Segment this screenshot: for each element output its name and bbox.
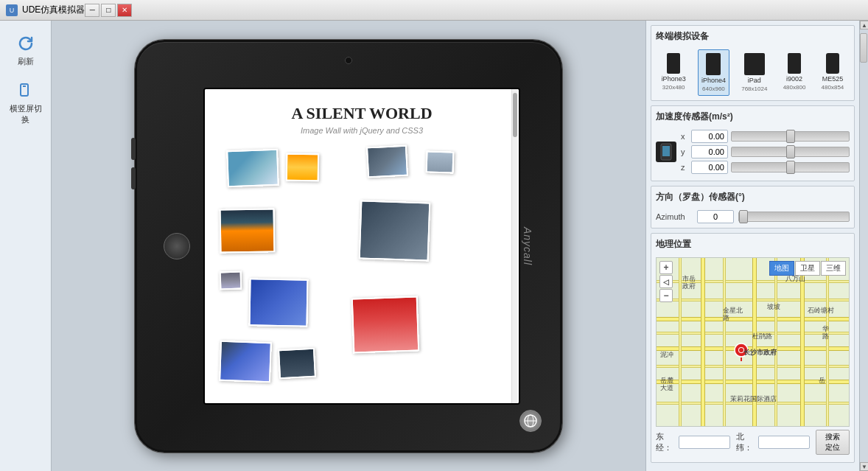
screen-scrollbar[interactable] (511, 89, 517, 403)
geo-inputs: 东经： 北纬： 搜索定位 (656, 427, 850, 458)
i9002-icon (788, 53, 801, 74)
map-type-3d[interactable]: 三维 (821, 261, 846, 276)
direction-title: 方向（罗盘）传感器(°) (656, 191, 850, 206)
close-button[interactable]: ✕ (117, 4, 132, 17)
map-type-buttons: 地图 卫星 三维 (769, 261, 846, 276)
accel-y-row: y (681, 145, 850, 158)
rotate-button[interactable]: 横竖屏切换 (5, 75, 46, 130)
volume-down-button[interactable] (131, 167, 136, 189)
screen-content: A SILENT WORLD Image Wall with jQuery an… (205, 89, 519, 403)
azimuth-input[interactable] (697, 210, 734, 223)
device-iphone4[interactable]: iPhone4 640x960 (698, 49, 729, 96)
image-wall (205, 142, 519, 393)
accel-section: 加速度传感器(m/s²) x y (651, 105, 855, 181)
device-ipad-name: iPad (748, 77, 761, 84)
accel-z-label: z (681, 163, 688, 172)
device-iphone4-name: iPhone4 (701, 77, 726, 84)
geo-lat-input[interactable] (758, 436, 810, 449)
accel-title: 加速度传感器(m/s²) (656, 111, 850, 125)
map-label-7: 石岭塘村 (808, 306, 834, 315)
pan-left-button[interactable]: ◁ (659, 275, 673, 288)
direction-row: Azimuth (656, 210, 850, 223)
titlebar-title: UDE仿真模拟器 (22, 4, 85, 16)
device-me525-size: 480x854 (822, 84, 844, 91)
me525-icon (826, 53, 839, 74)
accel-x-input[interactable] (691, 130, 728, 143)
accel-x-slider[interactable] (731, 131, 850, 142)
image-thumb-3 (366, 144, 408, 178)
scroll-up-arrow[interactable]: ▲ (860, 21, 868, 29)
devices-title: 终端模拟设备 (656, 30, 850, 45)
screen-subtitle: Image Wall with jQuery and CSS3 (205, 126, 519, 135)
geo-search-button[interactable]: 搜索定位 (816, 430, 850, 455)
right-panel: 终端模拟设备 iPhone3 320x480 iPhone4 640x960 i… (645, 21, 859, 471)
image-thumb-1 (226, 148, 279, 186)
accel-row: x y z (656, 130, 850, 174)
zoom-in-button[interactable]: + (659, 261, 673, 274)
volume-up-button[interactable] (131, 138, 136, 160)
screen-scroll-thumb[interactable] (513, 93, 517, 137)
rotate-icon (15, 80, 36, 101)
accel-y-label: y (681, 147, 688, 156)
accel-x-label: x (681, 132, 688, 141)
map-label-15: 茉莉花国际酒店 (730, 394, 777, 404)
maximize-button[interactable]: □ (101, 4, 116, 17)
image-thumb-6 (359, 200, 431, 261)
direction-section: 方向（罗盘）传感器(°) Azimuth (651, 186, 855, 228)
geo-title: 地理位置 (656, 238, 850, 253)
geo-lon-input[interactable] (679, 436, 730, 449)
device-iphone3-size: 320x480 (662, 84, 685, 91)
map-type-satellite[interactable]: 卫星 (795, 261, 820, 276)
rotate-label: 横竖屏切换 (9, 103, 43, 125)
map-label-5: 路 (723, 313, 729, 323)
refresh-button[interactable]: 刷新 (5, 28, 46, 72)
scroll-down-arrow[interactable]: ▼ (860, 462, 868, 471)
window-scrollbar[interactable]: ▲ ▼ (859, 21, 868, 471)
geo-lat-label: 北纬： (736, 431, 753, 453)
device-iphone3-name: iPhone3 (662, 75, 686, 83)
refresh-label: 刷新 (18, 56, 34, 67)
accel-z-input[interactable] (691, 161, 728, 174)
map-label-11: 泥冲 (660, 350, 673, 360)
device-iphone4-size: 640x960 (702, 86, 725, 92)
device-i9002-size: 480x800 (783, 84, 806, 91)
accel-inputs: x y z (681, 130, 850, 174)
phone-screen: A SILENT WORLD Image Wall with jQuery an… (203, 88, 520, 405)
map-label-6: 坡坡 (767, 302, 780, 312)
device-i9002[interactable]: i9002 480x800 (780, 49, 810, 96)
azimuth-label: Azimuth (656, 212, 693, 221)
devices-list: iPhone3 320x480 iPhone4 640x960 iPad 768… (656, 49, 850, 96)
iphone3-icon (667, 53, 680, 74)
home-button[interactable] (164, 233, 190, 259)
image-thumb-2 (286, 153, 320, 181)
content-area: Anycall A SILENT WORLD Image Wall with j… (52, 21, 645, 471)
device-me525[interactable]: ME525 480x854 (818, 49, 848, 96)
app-icon: U (6, 4, 18, 16)
scroll-track[interactable] (860, 29, 868, 462)
map-label-10: 路 (822, 332, 829, 341)
map-label-2: 政府 (682, 282, 696, 291)
phone-brand: Anycall (522, 226, 533, 265)
map-label-gov: 长沙市政府 (743, 348, 777, 357)
phone-logo (519, 410, 542, 432)
accel-y-slider[interactable] (731, 147, 850, 157)
accel-device-icon (656, 142, 676, 162)
map-label-14: 岳 (819, 376, 825, 385)
scroll-thumb[interactable] (860, 33, 867, 63)
accel-z-slider[interactable] (731, 162, 850, 172)
main-area: 刷新 横竖屏切换 Anycall (0, 21, 868, 471)
map-type-map[interactable]: 地图 (769, 261, 794, 276)
device-me525-name: ME525 (822, 75, 844, 83)
zoom-out-button[interactable]: − (659, 289, 673, 302)
device-ipad-size: 768x1024 (741, 86, 767, 92)
image-thumb-11 (278, 347, 316, 379)
phone-mockup: Anycall A SILENT WORLD Image Wall with j… (135, 40, 562, 453)
minimize-button[interactable]: ─ (85, 4, 99, 17)
device-iphone3[interactable]: iPhone3 320x480 (658, 49, 690, 96)
device-ipad[interactable]: iPad 768x1024 (738, 49, 771, 96)
image-thumb-5 (219, 208, 275, 253)
svg-rect-6 (662, 146, 670, 156)
image-thumb-7 (220, 271, 242, 290)
azimuth-slider[interactable] (738, 212, 850, 222)
accel-y-input[interactable] (691, 145, 728, 158)
